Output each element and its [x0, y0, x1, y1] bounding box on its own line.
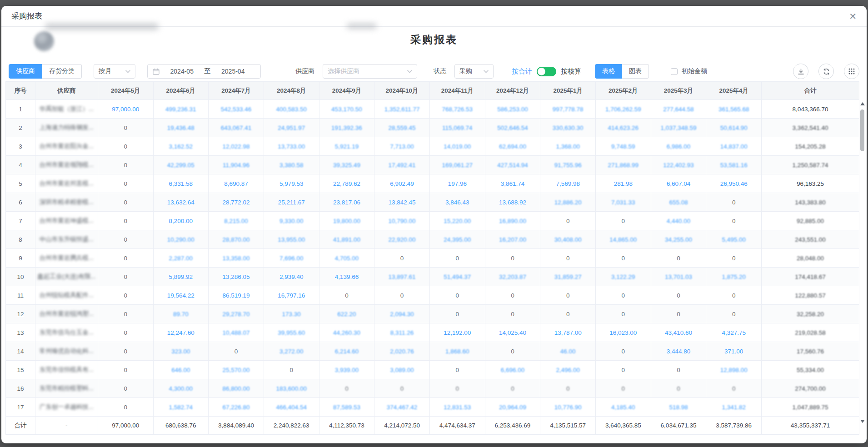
month-value-cell[interactable]: 12,898.00: [706, 361, 762, 379]
tab-supplier[interactable]: 供应商: [9, 64, 42, 79]
month-value-cell[interactable]: 13,701.03: [651, 268, 706, 286]
month-value-cell[interactable]: 12,831.53: [429, 398, 485, 417]
month-value-cell[interactable]: 14,019.00: [429, 137, 485, 156]
month-value-cell[interactable]: 191,392.36: [319, 119, 374, 137]
month-value-cell[interactable]: 3,089.00: [374, 361, 430, 379]
date-range-picker[interactable]: 2024-05 至 2025-04: [147, 64, 261, 79]
month-value-cell[interactable]: 5,979.53: [264, 174, 319, 193]
month-value-cell[interactable]: 7,713.00: [374, 137, 430, 156]
month-value-cell[interactable]: 3,846.43: [429, 193, 485, 212]
month-value-cell[interactable]: 330,630.30: [540, 119, 596, 137]
month-value-cell[interactable]: 3,444.80: [651, 342, 706, 361]
month-value-cell[interactable]: 41,891.00: [319, 230, 374, 249]
month-value-cell[interactable]: 51,494.37: [429, 268, 485, 286]
month-value-cell[interactable]: 3,272.00: [264, 342, 319, 361]
month-value-cell[interactable]: 3,861.74: [485, 174, 540, 193]
month-value-cell[interactable]: 4,705.00: [319, 249, 374, 268]
month-value-cell[interactable]: 8,311.26: [374, 323, 430, 342]
vertical-scrollbar[interactable]: [860, 100, 865, 425]
month-value-cell[interactable]: 271,868.99: [596, 156, 651, 174]
month-value-cell[interactable]: 42,299.05: [153, 156, 209, 174]
month-value-cell[interactable]: 4,300.00: [153, 379, 209, 398]
month-value-cell[interactable]: 5,495.00: [706, 230, 762, 249]
month-value-cell[interactable]: 13,842.45: [374, 193, 430, 212]
month-value-cell[interactable]: 4,185.40: [596, 398, 651, 417]
month-value-cell[interactable]: 371.00: [706, 342, 762, 361]
month-value-cell[interactable]: 30,408.00: [540, 230, 596, 249]
month-value-cell[interactable]: 53,581.16: [706, 156, 762, 174]
month-value-cell[interactable]: 9,330.00: [264, 212, 319, 230]
month-value-cell[interactable]: 8,200.00: [153, 212, 209, 230]
initial-amount-checkbox[interactable]: 初始金额: [671, 67, 707, 75]
month-value-cell[interactable]: 22,789.62: [319, 174, 374, 193]
month-value-cell[interactable]: 499,236.31: [153, 100, 209, 119]
month-value-cell[interactable]: 20,964.09: [485, 398, 540, 417]
month-value-cell[interactable]: 3,380.58: [264, 156, 319, 174]
month-value-cell[interactable]: 19,800.00: [319, 212, 374, 230]
month-value-cell[interactable]: 414,623.26: [596, 119, 651, 137]
month-value-cell[interactable]: 62,694.00: [485, 137, 540, 156]
month-value-cell[interactable]: 427,514.94: [485, 156, 540, 174]
month-value-cell[interactable]: 122,402.93: [651, 156, 706, 174]
month-value-cell[interactable]: 6,214.60: [319, 342, 374, 361]
status-select[interactable]: 采购: [454, 64, 494, 79]
month-value-cell[interactable]: 183,600.00: [264, 379, 319, 398]
checkbox-box[interactable]: [671, 68, 678, 75]
month-value-cell[interactable]: 281.98: [596, 174, 651, 193]
month-value-cell[interactable]: 646.00: [153, 361, 209, 379]
month-value-cell[interactable]: 46.00: [540, 342, 596, 361]
month-value-cell[interactable]: 25,211.67: [264, 193, 319, 212]
month-value-cell[interactable]: 1,368.00: [540, 137, 596, 156]
month-value-cell[interactable]: 10,790.00: [374, 212, 430, 230]
month-value-cell[interactable]: 5,921.19: [319, 137, 374, 156]
month-value-cell[interactable]: 518.98: [651, 398, 706, 417]
month-value-cell[interactable]: 39,955.60: [264, 323, 319, 342]
month-value-cell[interactable]: 9,748.59: [596, 137, 651, 156]
month-value-cell[interactable]: 2,496.00: [540, 361, 596, 379]
period-select[interactable]: 按月: [94, 64, 135, 79]
month-value-cell[interactable]: 3,162.52: [153, 137, 209, 156]
month-value-cell[interactable]: 31,859.27: [540, 268, 596, 286]
month-value-cell[interactable]: 89.70: [153, 305, 209, 323]
month-value-cell[interactable]: 1,037,348.59: [651, 119, 706, 137]
month-value-cell[interactable]: 43,410.60: [651, 323, 706, 342]
month-value-cell[interactable]: 12,192.00: [429, 323, 485, 342]
month-value-cell[interactable]: 16,890.00: [485, 212, 540, 230]
month-value-cell[interactable]: 24,395.00: [429, 230, 485, 249]
month-value-cell[interactable]: 23,817.06: [319, 193, 374, 212]
month-value-cell[interactable]: 12,886.20: [540, 193, 596, 212]
month-value-cell[interactable]: 323.00: [153, 342, 209, 361]
month-value-cell[interactable]: 24,951.97: [264, 119, 319, 137]
month-value-cell[interactable]: 768,726.53: [429, 100, 485, 119]
month-value-cell[interactable]: 29,278.70: [209, 305, 264, 323]
month-value-cell[interactable]: 28,772.02: [209, 193, 264, 212]
tab-inventory-category[interactable]: 存货分类: [42, 64, 82, 79]
end-date[interactable]: 2025-04: [211, 68, 256, 75]
scroll-down-icon[interactable]: [860, 420, 865, 423]
month-value-cell[interactable]: 2,094.30: [374, 305, 430, 323]
month-value-cell[interactable]: 67,226.80: [209, 398, 264, 417]
month-value-cell[interactable]: 997,778.78: [540, 100, 596, 119]
month-value-cell[interactable]: 39,325.49: [319, 156, 374, 174]
month-value-cell[interactable]: 13,358.00: [209, 249, 264, 268]
start-date[interactable]: 2024-05: [160, 68, 205, 75]
month-value-cell[interactable]: 400,583.50: [264, 100, 319, 119]
month-value-cell[interactable]: 32,203.87: [485, 268, 540, 286]
month-value-cell[interactable]: 1,352,611.77: [374, 100, 430, 119]
month-value-cell[interactable]: 16,207.00: [485, 230, 540, 249]
month-value-cell[interactable]: 50,614.90: [706, 119, 762, 137]
month-value-cell[interactable]: 28,870.00: [209, 230, 264, 249]
month-value-cell[interactable]: 1,582.74: [153, 398, 209, 417]
month-value-cell[interactable]: 361,565.68: [706, 100, 762, 119]
month-value-cell[interactable]: 87,589.53: [319, 398, 374, 417]
month-value-cell[interactable]: 91,755.96: [540, 156, 596, 174]
month-value-cell[interactable]: 374,467.42: [374, 398, 430, 417]
month-value-cell[interactable]: 277,644.58: [651, 100, 706, 119]
month-value-cell[interactable]: 28,559.45: [374, 119, 430, 137]
month-value-cell[interactable]: 3,122.29: [596, 268, 651, 286]
month-value-cell[interactable]: 7,696.00: [264, 249, 319, 268]
month-value-cell[interactable]: 14,025.40: [485, 323, 540, 342]
month-value-cell[interactable]: 169,061.27: [429, 156, 485, 174]
month-value-cell[interactable]: 7,031.33: [596, 193, 651, 212]
month-value-cell[interactable]: 6,607.04: [651, 174, 706, 193]
